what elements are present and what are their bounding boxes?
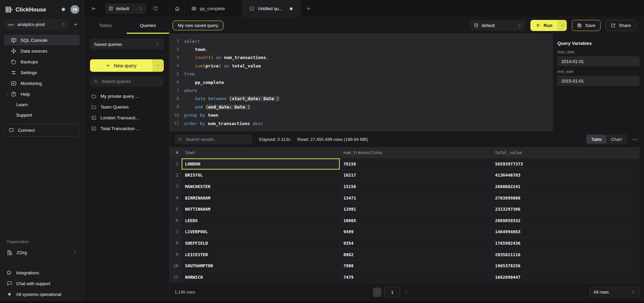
tab-untitled-query[interactable]: Untitled qu... <box>243 0 301 17</box>
code-line[interactable]: 1select <box>170 37 553 45</box>
table-cell-town[interactable]: BRISTOL <box>182 170 340 181</box>
share-button[interactable]: Share <box>606 20 636 31</box>
table-cell-num-transactions[interactable]: 78156 <box>340 158 492 170</box>
refresh-icon[interactable] <box>153 6 158 11</box>
database-selector[interactable]: default <box>105 3 146 14</box>
code-line[interactable]: 9 and {end_date: Date } <box>170 103 553 111</box>
sidebar-footer-all-systems-operational[interactable]: All systems operational <box>7 291 77 298</box>
sidebar-item-settings[interactable]: Settings <box>4 67 80 78</box>
save-button[interactable]: Save <box>572 20 601 31</box>
end-date-field[interactable] <box>557 76 640 86</box>
code-line[interactable]: 8 date between {start_date: Date } <box>170 95 553 103</box>
run-database-selector[interactable]: default <box>470 20 525 31</box>
table-cell-num-transactions[interactable]: 9499 <box>340 226 492 238</box>
table-cell-total-value[interactable]: 2313297306 <box>492 204 640 215</box>
page-size-selector[interactable]: All rows <box>589 287 640 297</box>
code-line[interactable]: 5from <box>170 70 553 78</box>
sidebar-footer-integrations[interactable]: Integrations <box>7 269 77 276</box>
query-list-item[interactable]: Total Transaction ... <box>91 125 164 132</box>
table-cell-total-value[interactable]: 1662690447 <box>492 272 640 283</box>
more-options-icon[interactable]: ··· <box>631 137 640 142</box>
sidebar-subitem-support[interactable]: Support <box>0 110 84 120</box>
sidebar-item-data-sources[interactable]: Data sources <box>4 46 80 56</box>
sidebar-subitem-learn[interactable]: Learn <box>0 99 84 110</box>
table-cell-total-value[interactable]: 2703899808 <box>492 192 640 204</box>
table-cell-num-transactions[interactable]: 13471 <box>340 192 492 204</box>
table-cell-num-transactions[interactable]: 10865 <box>340 215 492 226</box>
sidebar-item-sql-console[interactable]: SQL Console <box>4 35 80 46</box>
page-number[interactable]: 1 <box>385 287 400 297</box>
new-query-button[interactable]: New query <box>90 59 152 72</box>
query-list-item[interactable]: London Transacti... <box>91 114 164 121</box>
table-cell-total-value[interactable]: 1765902436 <box>492 238 640 249</box>
table-cell-town[interactable]: SHEFFIELD <box>182 238 340 249</box>
saved-query-tab[interactable]: My new saved query <box>173 21 223 30</box>
home-button[interactable] <box>170 0 185 17</box>
sidebar-footer-chat-with-support[interactable]: Chat with support <box>7 280 77 287</box>
table-cell-num-transactions[interactable]: 12981 <box>340 204 492 215</box>
column-header-index[interactable]: # <box>170 147 182 158</box>
sidebar-item-monitoring[interactable]: Monitoring <box>4 78 80 89</box>
table-cell-num-transactions[interactable]: 7479 <box>340 272 492 283</box>
table-cell-total-value[interactable]: 56593977373 <box>492 158 640 170</box>
column-header-num-transactions[interactable]: num_transactions <box>340 147 492 158</box>
tab-queries[interactable]: Queries <box>127 17 169 33</box>
next-page-button[interactable] <box>404 291 408 294</box>
add-service-button[interactable] <box>72 21 79 28</box>
table-cell-town[interactable]: BIRMINGHAM <box>182 192 340 204</box>
query-search-input[interactable] <box>101 79 160 84</box>
sql-editor[interactable]: 1select2 town,3 count() as num_transacti… <box>170 34 553 131</box>
column-header-total-value[interactable]: total_value <box>492 147 640 158</box>
table-cell-town[interactable]: NOTTINGHAM <box>182 204 340 215</box>
start-date-field[interactable] <box>557 56 640 66</box>
run-options-button[interactable] <box>558 20 567 31</box>
prev-page-button[interactable] <box>373 287 381 297</box>
table-cell-num-transactions[interactable]: 8862 <box>340 249 492 260</box>
query-collection-selector[interactable]: Saved queries <box>90 38 164 50</box>
code-line[interactable]: 3 count() as num_transactions, <box>170 54 553 62</box>
view-table-button[interactable]: Table <box>586 135 606 144</box>
sidebar-item-help[interactable]: Help <box>4 89 80 99</box>
table-cell-town[interactable]: LEEDS <box>182 215 340 226</box>
sidebar-item-backups[interactable]: Backups <box>4 56 80 67</box>
table-cell-town[interactable]: NORWICH <box>182 272 340 283</box>
table-cell-num-transactions[interactable]: 9354 <box>340 238 492 249</box>
table-cell-town[interactable]: LONDON <box>182 158 340 170</box>
avatar[interactable]: ZN <box>70 5 79 14</box>
organization-row[interactable]: ZOrg <box>4 247 80 258</box>
tab-pp-complete[interactable]: pp_complete <box>185 0 243 17</box>
code-line[interactable]: 6 pp_complete <box>170 78 553 86</box>
table-cell-town[interactable]: SOUTHAMPTON <box>182 260 340 271</box>
code-line[interactable]: 10group by town <box>170 111 553 119</box>
code-line[interactable]: 2 town, <box>170 45 553 53</box>
code-line[interactable]: 4 sum(price) as total_value <box>170 62 553 70</box>
run-button[interactable]: Run <box>530 20 558 31</box>
table-cell-num-transactions[interactable]: 15156 <box>340 181 492 192</box>
connect-button[interactable]: Connect <box>4 124 80 137</box>
view-chart-button[interactable]: Chart <box>606 135 626 144</box>
collapse-sidebar-icon[interactable] <box>91 6 97 11</box>
table-cell-town[interactable]: MANCHESTER <box>182 181 340 192</box>
table-cell-town[interactable]: LIVERPOOL <box>182 226 340 238</box>
table-cell-total-value[interactable]: 1965378256 <box>492 260 640 271</box>
results-view-controls: Table Chart ··· <box>586 134 644 144</box>
code-line[interactable]: 7where <box>170 86 553 94</box>
table-cell-total-value[interactable]: 2660602241 <box>492 181 640 192</box>
query-list-item[interactable]: Team Queries <box>91 103 164 111</box>
results-search-input[interactable] <box>185 137 249 142</box>
query-list-item[interactable]: My private query ... <box>91 92 164 100</box>
table-cell-num-transactions[interactable]: 16217 <box>340 170 492 181</box>
new-tab-button[interactable] <box>301 0 316 17</box>
table-cell-total-value[interactable]: 2035821116 <box>492 249 640 260</box>
new-query-options-button[interactable] <box>152 59 164 72</box>
code-text: where <box>184 88 197 93</box>
tab-tables[interactable]: Tables <box>84 17 127 33</box>
table-cell-total-value[interactable]: 1464994863 <box>492 226 640 238</box>
table-cell-total-value[interactable]: 2089859332 <box>492 215 640 226</box>
table-cell-total-value[interactable]: 4136446703 <box>492 170 640 181</box>
code-line[interactable]: 11order by num_transactions desc <box>170 119 553 127</box>
table-cell-num-transactions[interactable]: 7908 <box>340 260 492 271</box>
table-cell-town[interactable]: LEICESTER <box>182 249 340 260</box>
workspace-selector[interactable]: aws analytics-prod <box>5 19 69 30</box>
column-header-town[interactable]: town <box>182 147 340 158</box>
